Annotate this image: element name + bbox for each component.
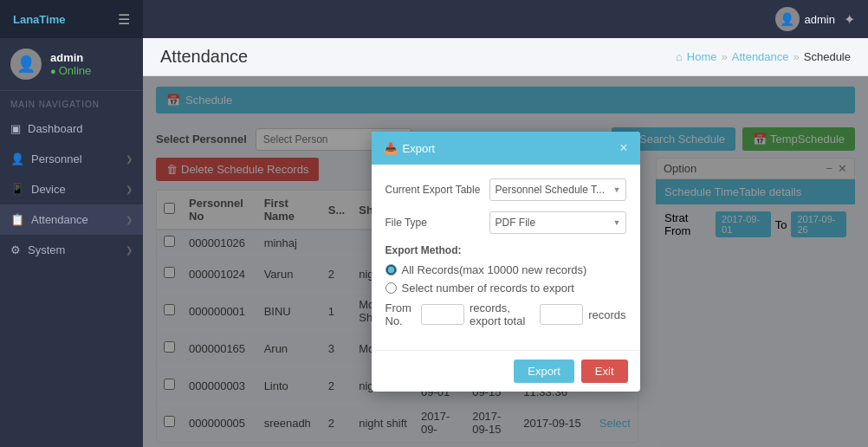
export-modal: 📥 Export × Current Export Table Personne…: [372, 132, 640, 392]
logo-time: Time: [39, 13, 65, 26]
modal-body: Current Export Table Personnel Schedule …: [372, 165, 640, 350]
export-method-label: Export Method:: [385, 244, 626, 256]
home-icon: ⌂: [676, 50, 683, 63]
sidebar-item-device[interactable]: 📱 Device ❯: [0, 174, 143, 204]
chevron-right-icon2: ❯: [126, 185, 133, 194]
exit-button[interactable]: Exit: [581, 360, 628, 383]
from-number-input[interactable]: [421, 304, 464, 325]
chevron-right-icon3: ❯: [126, 215, 133, 224]
from-row: From No. records, export total records: [385, 301, 626, 327]
radio-all-records-label: All Records(max 10000 new records): [402, 263, 587, 276]
chevron-right-icon: ❯: [126, 154, 133, 164]
breadcrumb-current: Schedule: [804, 50, 851, 63]
sidebar-label-device: Device: [31, 183, 66, 196]
breadcrumb-bar: Attendance ⌂ Home » Attendance » Schedul…: [143, 38, 868, 76]
radio-group: All Records(max 10000 new records) Selec…: [385, 263, 626, 295]
sidebar-label-attendance: Attendance: [31, 213, 88, 226]
personnel-icon: 👤: [10, 152, 24, 165]
modal-close-button[interactable]: ×: [619, 140, 627, 156]
chevron-right-icon4: ❯: [126, 245, 133, 255]
file-type-select[interactable]: PDF File Excel File CSV File: [489, 211, 626, 234]
current-export-table-label: Current Export Table: [385, 184, 489, 196]
current-export-table-select-wrapper: Personnel Schedule T...: [489, 178, 626, 201]
export-method-section: Export Method: All Records(max 10000 new…: [385, 244, 626, 327]
file-type-group: File Type PDF File Excel File CSV File: [385, 211, 626, 234]
breadcrumb: ⌂ Home » Attendance » Schedule: [676, 50, 851, 63]
export-icon: 📥: [384, 142, 398, 155]
file-type-label: File Type: [385, 217, 489, 229]
logo-lana: Lana: [13, 13, 39, 26]
user-info: admin ● Online: [50, 51, 91, 77]
export-button[interactable]: Export: [514, 360, 574, 383]
sidebar-item-dashboard[interactable]: ▣ Dashboard: [0, 113, 143, 144]
dashboard-icon: ▣: [10, 122, 21, 135]
share-icon[interactable]: ✦: [844, 11, 855, 28]
modal-footer: Export Exit: [372, 350, 640, 392]
modal-header: 📥 Export ×: [372, 132, 640, 165]
device-icon: 📱: [10, 183, 24, 196]
total-records-input[interactable]: [540, 304, 583, 325]
file-type-select-wrapper: PDF File Excel File CSV File: [489, 211, 626, 234]
radio-select-records: Select number of records to export: [385, 282, 626, 295]
app-logo: LanaTime: [13, 11, 65, 27]
system-icon: ⚙: [10, 243, 21, 256]
sidebar-item-personnel[interactable]: 👤 Personnel ❯: [0, 144, 143, 174]
username: admin: [50, 51, 91, 64]
modal-title: 📥 Export: [384, 142, 436, 155]
current-export-table-group: Current Export Table Personnel Schedule …: [385, 178, 626, 201]
records-label: records: [588, 308, 625, 321]
radio-select-records-input[interactable]: [385, 282, 397, 294]
sidebar-header: LanaTime ☰: [0, 0, 143, 38]
topnav-user: 👤 admin: [775, 7, 835, 31]
sidebar-label-dashboard: Dashboard: [28, 122, 83, 135]
breadcrumb-parent[interactable]: Attendance: [732, 50, 789, 63]
radio-all-records: All Records(max 10000 new records): [385, 263, 626, 276]
modal-overlay[interactable]: 📥 Export × Current Export Table Personne…: [143, 76, 868, 447]
sidebar: LanaTime ☰ 👤 admin ● Online MAIN NAVIGAT…: [0, 0, 143, 447]
attendance-icon: 📋: [10, 213, 24, 226]
sidebar-item-attendance[interactable]: 📋 Attendance ❯: [0, 204, 143, 235]
current-export-table-select[interactable]: Personnel Schedule T...: [489, 178, 626, 201]
page-title: Attendance: [160, 47, 248, 67]
sidebar-user: 👤 admin ● Online: [0, 38, 143, 91]
breadcrumb-sep1: »: [722, 50, 728, 63]
main-area: 👤 admin ✦ Attendance ⌂ Home » Attendance…: [143, 0, 868, 447]
from-label: From No.: [385, 301, 416, 327]
user-status: ● Online: [50, 64, 91, 77]
topnav: 👤 admin ✦: [143, 0, 868, 38]
radio-all-records-input[interactable]: [385, 264, 397, 275]
topnav-avatar: 👤: [775, 7, 800, 31]
topnav-username: admin: [805, 13, 835, 26]
hamburger-icon[interactable]: ☰: [118, 11, 130, 28]
breadcrumb-home[interactable]: Home: [687, 50, 717, 63]
sidebar-label-system: System: [28, 243, 65, 256]
nav-section-title: MAIN NAVIGATION: [0, 91, 143, 113]
sidebar-item-system[interactable]: ⚙ System ❯: [0, 235, 143, 265]
breadcrumb-sep2: »: [794, 50, 800, 63]
avatar: 👤: [10, 49, 42, 80]
content-area: 📅 Schedule Select Personnel 🔍 Search Sch…: [143, 76, 868, 447]
sidebar-label-personnel: Personnel: [31, 152, 82, 165]
records-export-total-label: records, export total: [470, 301, 534, 327]
radio-select-records-label: Select number of records to export: [402, 282, 574, 295]
